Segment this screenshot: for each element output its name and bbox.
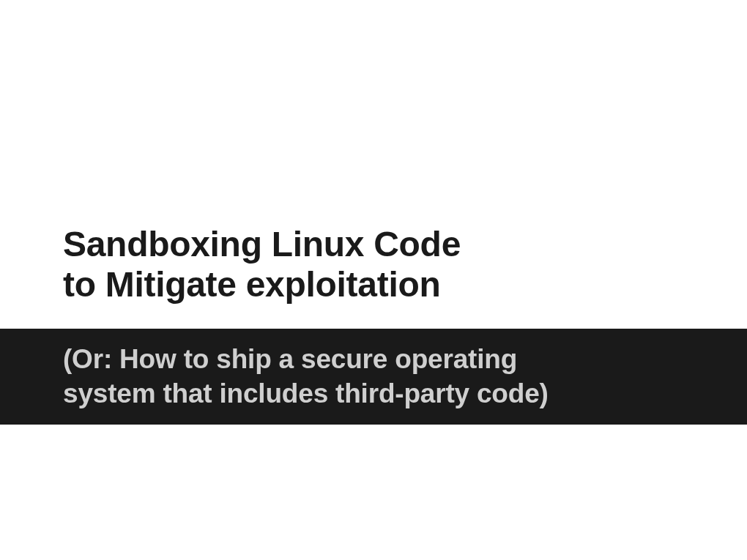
title-line-2: to Mitigate exploitation <box>63 264 461 305</box>
slide-title: Sandboxing Linux Code to Mitigate exploi… <box>63 224 461 305</box>
subtitle-line-2: system that includes third-party code) <box>63 376 747 411</box>
slide-subtitle-band: (Or: How to ship a secure operating syst… <box>0 329 747 425</box>
slide: Sandboxing Linux Code to Mitigate exploi… <box>0 0 747 560</box>
subtitle-line-1: (Or: How to ship a secure operating <box>63 342 747 376</box>
title-line-1: Sandboxing Linux Code <box>63 224 461 264</box>
